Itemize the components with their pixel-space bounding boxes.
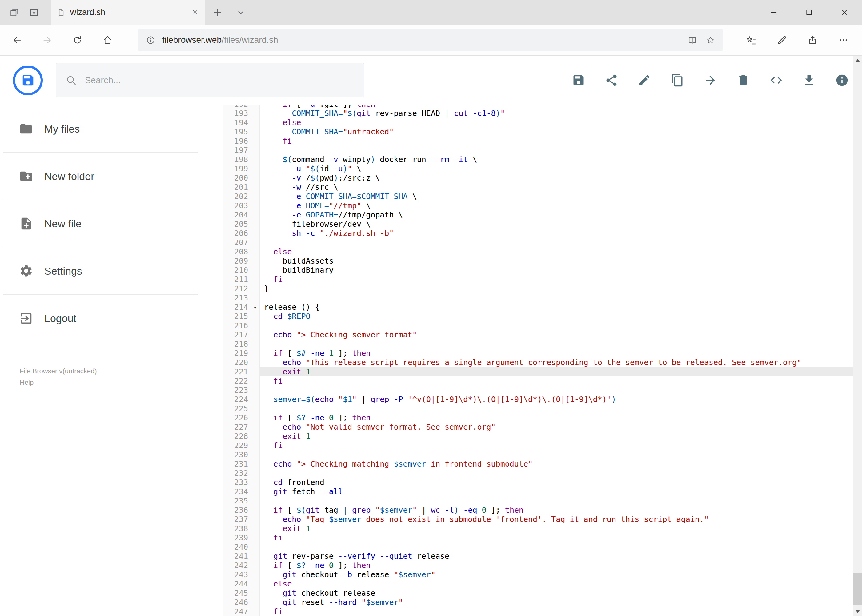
delete-button[interactable] xyxy=(726,56,760,105)
code-text[interactable]: git checkout -b release "$semver" xyxy=(260,570,862,580)
tab-preview-button[interactable] xyxy=(24,0,44,25)
code-text[interactable]: sh -c "./wizard.sh -b" xyxy=(260,229,862,238)
code-text[interactable] xyxy=(260,450,862,459)
vertical-scrollbar[interactable] xyxy=(853,56,862,616)
code-text[interactable]: else xyxy=(260,247,862,256)
favorite-star-icon[interactable] xyxy=(706,35,715,45)
code-text[interactable]: echo "Tag $semver does not exist in subm… xyxy=(260,515,862,524)
scroll-up-button[interactable] xyxy=(853,56,862,65)
code-text[interactable]: else xyxy=(260,580,862,589)
code-text[interactable]: exit 1 xyxy=(260,432,862,441)
code-text[interactable]: -w //src \ xyxy=(260,183,862,192)
share-page-button[interactable] xyxy=(797,25,828,55)
sidebar-item-new-file[interactable]: New file xyxy=(0,200,223,247)
code-text[interactable] xyxy=(260,293,862,303)
code-text[interactable]: else xyxy=(260,118,862,127)
set-tabs-aside-button[interactable] xyxy=(4,0,24,25)
sidebar-item-new-folder[interactable]: New folder xyxy=(0,152,223,200)
code-text[interactable]: release () { xyxy=(260,303,862,312)
code-text[interactable]: -e HOME="//tmp" \ xyxy=(260,201,862,211)
code-text[interactable] xyxy=(260,469,862,478)
code-text[interactable]: if [ $# -ne 1 ]; then xyxy=(260,349,862,358)
hub-button[interactable] xyxy=(736,25,766,55)
code-text[interactable]: if [ $(git tag | grep "$semver" | wc -l)… xyxy=(260,506,862,515)
tab-wizard-sh[interactable]: wizard.sh xyxy=(51,0,205,25)
code-text[interactable]: -e GOPATH=//tmp/gopath \ xyxy=(260,211,862,220)
refresh-button[interactable] xyxy=(62,25,92,55)
code-text[interactable] xyxy=(260,542,862,552)
code-text[interactable]: fi xyxy=(260,607,862,616)
code-text[interactable]: echo "This release script requires a sin… xyxy=(260,358,862,367)
fold-open-marker[interactable]: ▾ xyxy=(251,303,260,312)
site-info-icon[interactable] xyxy=(146,35,155,45)
filebrowser-logo[interactable] xyxy=(13,66,43,95)
more-options-button[interactable] xyxy=(828,25,859,55)
close-button[interactable] xyxy=(827,0,862,25)
minimize-button[interactable] xyxy=(756,0,791,25)
code-text[interactable] xyxy=(260,146,862,155)
download-button[interactable] xyxy=(793,56,826,105)
help-link[interactable]: Help xyxy=(20,377,97,388)
scrollbar-thumb[interactable] xyxy=(853,573,862,605)
code-text[interactable]: fi xyxy=(260,441,862,450)
code-text[interactable]: COMMIT_SHA="untracked" xyxy=(260,127,862,137)
code-text[interactable]: $(command -v winpty) docker run --rm -it… xyxy=(260,155,862,164)
code-text[interactable]: if [ $? -ne 0 ]; then xyxy=(260,413,862,423)
code-text[interactable]: -u "$(id -u)" \ xyxy=(260,164,862,173)
maximize-button[interactable] xyxy=(791,0,827,25)
sidebar-item-settings[interactable]: Settings xyxy=(0,247,223,295)
web-note-button[interactable] xyxy=(766,25,797,55)
reading-view-icon[interactable] xyxy=(687,35,697,45)
code-text[interactable]: git fetch --all xyxy=(260,487,862,497)
code-text[interactable] xyxy=(260,386,862,395)
code-text[interactable]: cd frontend xyxy=(260,478,862,487)
move-button[interactable] xyxy=(694,56,726,105)
code-text[interactable]: } xyxy=(260,284,862,293)
code-text[interactable]: fi xyxy=(260,533,862,542)
code-text[interactable]: fi xyxy=(260,376,862,386)
address-bar[interactable]: filebrowser.web/files/wizard.sh xyxy=(138,29,723,51)
sidebar-item-logout[interactable]: Logout xyxy=(0,295,223,342)
copy-button[interactable] xyxy=(661,56,694,105)
forward-button[interactable] xyxy=(32,25,62,55)
code-text[interactable] xyxy=(260,339,862,349)
code-text[interactable]: echo "> Checking semver format" xyxy=(260,330,862,339)
code-text[interactable]: cd $REPO xyxy=(260,312,862,321)
code-text[interactable]: buildAssets xyxy=(260,256,862,266)
home-button[interactable] xyxy=(92,25,123,55)
tab-list-button[interactable] xyxy=(230,0,252,25)
new-tab-button[interactable] xyxy=(205,0,230,25)
back-button[interactable] xyxy=(2,25,32,55)
url-text[interactable]: filebrowser.web/files/wizard.sh xyxy=(162,35,278,45)
search-input[interactable] xyxy=(85,75,355,85)
code-text[interactable]: if [ -d .git ]; then xyxy=(260,105,862,109)
code-text[interactable]: filebrowser/dev \ xyxy=(260,220,862,229)
code-text[interactable]: fi xyxy=(260,137,862,146)
code-text[interactable]: exit 1 xyxy=(260,524,862,533)
code-text[interactable]: semver=$(echo "$1" | grep -P '^v(0|[1-9]… xyxy=(260,395,862,404)
code-button[interactable] xyxy=(760,56,793,105)
code-text[interactable]: echo "Not valid semver format. See semve… xyxy=(260,423,862,432)
code-text[interactable]: if [ $? -ne 0 ]; then xyxy=(260,561,862,570)
code-text[interactable]: echo "> Checking matching $semver in fro… xyxy=(260,459,862,469)
code-text[interactable]: COMMIT_SHA="$(git rev-parse HEAD | cut -… xyxy=(260,109,862,118)
code-text[interactable] xyxy=(260,238,862,247)
code-text[interactable] xyxy=(260,321,862,330)
code-text[interactable]: exit 1 xyxy=(260,367,862,376)
code-text[interactable]: git reset --hard "$semver" xyxy=(260,598,862,607)
code-text[interactable]: git checkout release xyxy=(260,589,862,598)
code-text[interactable]: -v /$(pwd):/src:z \ xyxy=(260,173,862,183)
search-box[interactable] xyxy=(56,63,364,97)
scroll-down-button[interactable] xyxy=(853,607,862,616)
sidebar-item-my-files[interactable]: My files xyxy=(0,105,223,152)
code-text[interactable]: git rev-parse --verify --quiet release xyxy=(260,552,862,561)
tab-close-icon[interactable] xyxy=(191,8,199,16)
rename-button[interactable] xyxy=(628,56,661,105)
save-button[interactable] xyxy=(562,56,595,105)
code-text[interactable] xyxy=(260,404,862,413)
code-editor[interactable]: 192 if [ -d .git ]; then193 COMMIT_SHA="… xyxy=(223,105,862,616)
code-text[interactable]: fi xyxy=(260,275,862,284)
share-button[interactable] xyxy=(595,56,628,105)
code-text[interactable]: buildBinary xyxy=(260,266,862,275)
code-text[interactable]: -e COMMIT_SHA=$COMMIT_SHA \ xyxy=(260,192,862,201)
